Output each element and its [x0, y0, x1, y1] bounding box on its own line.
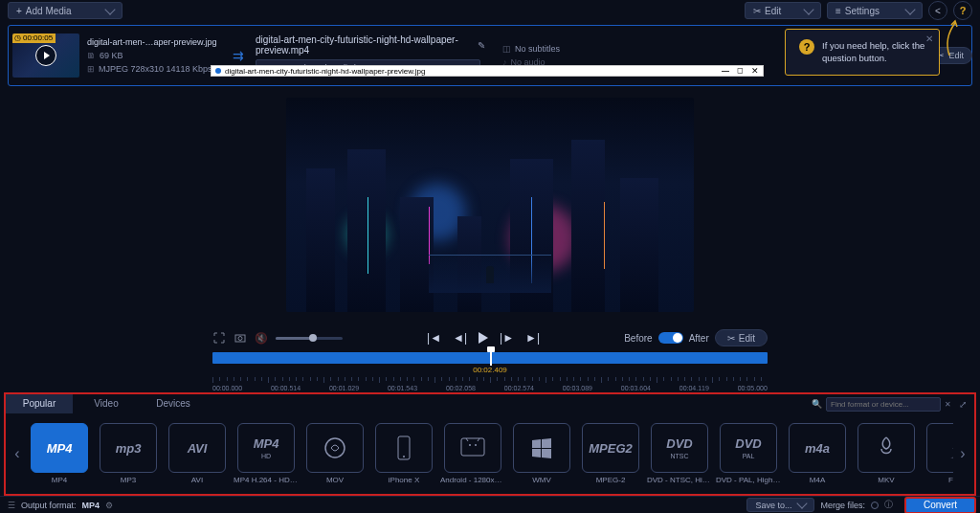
- format-icon: MP4: [31, 423, 88, 473]
- convert-button[interactable]: Convert: [904, 497, 976, 514]
- info-icon[interactable]: ⓘ: [884, 499, 893, 511]
- edit-button[interactable]: ✂ Edit: [745, 2, 821, 19]
- play-button[interactable]: [479, 332, 488, 344]
- format-item-m4a[interactable]: m4aM4A: [785, 423, 850, 484]
- timeline-scrubber[interactable]: [212, 352, 768, 364]
- prev-frame-button[interactable]: |◄: [427, 331, 441, 345]
- format-icon: AVI: [168, 423, 226, 473]
- format-icon: DVDPAL: [720, 423, 777, 473]
- merge-toggle[interactable]: [871, 502, 879, 509]
- format-item-mov[interactable]: MOV: [302, 423, 368, 484]
- gear-icon[interactable]: ⚙: [105, 501, 113, 510]
- format-panel: Popular Video Devices 🔍 ✕ ⤢ ‹ MP4MP4mp3M…: [4, 392, 976, 496]
- help-button[interactable]: ?: [953, 1, 972, 20]
- format-label: DVD - PAL, High Qual: [716, 476, 781, 484]
- format-label: FLV: [923, 476, 953, 484]
- after-label: After: [689, 333, 709, 344]
- before-after-toggle[interactable]: [658, 332, 683, 344]
- chevron-down-icon: [104, 4, 115, 14]
- ruler-mark: 00:03.089: [563, 385, 592, 391]
- save-to-button[interactable]: Save to...: [746, 498, 814, 512]
- format-item-dvdpal[interactable]: DVDPALDVD - PAL, High Qual: [716, 423, 781, 484]
- format-icon: [858, 423, 915, 473]
- format-search-input[interactable]: [826, 397, 941, 412]
- format-icon: [375, 423, 433, 473]
- step-back-button[interactable]: ◄|: [453, 331, 467, 345]
- close-icon[interactable]: ✕: [751, 66, 759, 76]
- help-tooltip: ✕ ? If you need help, click the question…: [785, 29, 940, 76]
- format-icon: [513, 423, 570, 473]
- source-thumbnail[interactable]: ◷00:00:05: [12, 33, 79, 78]
- clock-icon: ◷: [14, 33, 21, 42]
- share-button[interactable]: <: [928, 1, 947, 20]
- pencil-icon[interactable]: ✎: [478, 40, 485, 51]
- format-item-wmv[interactable]: WMV: [509, 423, 574, 484]
- format-item-mp4hd[interactable]: MP4HDMP4 H.264 - HD 720p: [234, 423, 299, 484]
- scissors-icon: ✂: [727, 333, 735, 344]
- ruler-mark: 00:05.000: [738, 385, 768, 391]
- ruler-mark: 00:01.543: [388, 385, 417, 391]
- volume-slider[interactable]: [276, 337, 343, 340]
- format-icon: m4a: [789, 423, 846, 473]
- tab-video[interactable]: Video: [73, 394, 140, 413]
- format-icon: DVDNTSC: [651, 423, 708, 473]
- format-item-dvdntsc[interactable]: DVDNTSCDVD - NTSC, High Qu: [647, 423, 712, 484]
- next-frame-button[interactable]: ►|: [525, 331, 540, 345]
- play-overlay-icon[interactable]: [35, 45, 56, 66]
- edit-label: Edit: [765, 6, 781, 16]
- settings-button[interactable]: ≡ Settings: [827, 2, 923, 19]
- ruler-mark: 00:01.029: [329, 385, 359, 391]
- add-media-button[interactable]: + Add Media: [8, 2, 122, 19]
- source-codec: MJPEG 728x310 14118 Kbps: [99, 64, 212, 74]
- ruler-mark: 00:04.119: [679, 385, 709, 391]
- scissors-icon: ✂: [753, 6, 761, 16]
- playhead-icon[interactable]: [490, 350, 492, 366]
- format-item-mpeg2[interactable]: MPEG2MPEG-2: [578, 423, 643, 484]
- video-preview[interactable]: [286, 98, 694, 312]
- file-icon: 🗎: [87, 51, 96, 60]
- minimize-icon[interactable]: [722, 71, 729, 72]
- source-filename: digital-art-men-…aper-preview.jpg: [87, 37, 221, 47]
- format-label: iPhone X: [371, 476, 436, 484]
- tab-devices[interactable]: Devices: [140, 394, 207, 413]
- formats-prev-button[interactable]: ‹: [10, 425, 25, 482]
- expand-icon[interactable]: ⤢: [959, 399, 967, 410]
- edit-label: Edit: [739, 333, 755, 344]
- format-label: AVI: [165, 476, 230, 484]
- snapshot-icon[interactable]: [234, 331, 247, 345]
- step-forward-button[interactable]: |►: [500, 331, 514, 345]
- output-filename[interactable]: digital-art-men-city-futuristic-night-hd…: [256, 34, 474, 56]
- player-controls: 🔇 |◄ ◄| |► ►| Before After ✂ Edit: [212, 327, 768, 348]
- subtitles-value: No subtitles: [515, 44, 560, 54]
- format-icon: [306, 423, 364, 473]
- help-tooltip-text: If you need help, click the question but…: [822, 39, 925, 65]
- format-label: MPEG-2: [578, 476, 643, 484]
- format-item-android[interactable]: Android - 1280x720: [440, 423, 505, 484]
- hamburger-icon[interactable]: ☰: [8, 501, 15, 510]
- format-label: MP3: [96, 476, 161, 484]
- format-item-mp3[interactable]: mp3MP3: [96, 423, 161, 484]
- format-item-mkv[interactable]: MKV: [854, 423, 919, 484]
- chevron-down-icon: [797, 498, 808, 508]
- format-label: MP4: [27, 476, 92, 484]
- format-item-flv[interactable]: FLV: [923, 423, 953, 484]
- fullscreen-icon[interactable]: [212, 331, 226, 345]
- format-icon: MPEG2: [582, 423, 639, 473]
- format-item-mp4[interactable]: MP4MP4: [27, 423, 92, 484]
- format-icon: [444, 423, 501, 473]
- formats-next-button[interactable]: ›: [955, 425, 970, 482]
- close-icon[interactable]: ✕: [925, 33, 933, 44]
- chevron-down-icon: [803, 4, 813, 14]
- format-item-iphone[interactable]: iPhone X: [371, 423, 436, 484]
- clear-icon[interactable]: ✕: [945, 400, 951, 409]
- convert-arrow-icon: ⇉: [233, 48, 244, 63]
- tab-popular[interactable]: Popular: [6, 394, 73, 413]
- preview-titlebar[interactable]: digital-art-men-city-futuristic-night-hd…: [211, 65, 764, 77]
- format-item-avi[interactable]: AVIAVI: [165, 423, 230, 484]
- settings-label: Settings: [845, 6, 880, 16]
- maximize-icon[interactable]: ◻: [737, 66, 744, 76]
- player-edit-button[interactable]: ✂ Edit: [715, 329, 768, 346]
- format-label: Android - 1280x720: [440, 476, 505, 484]
- volume-icon[interactable]: 🔇: [255, 331, 268, 345]
- ruler-mark: 00:02.574: [504, 385, 534, 391]
